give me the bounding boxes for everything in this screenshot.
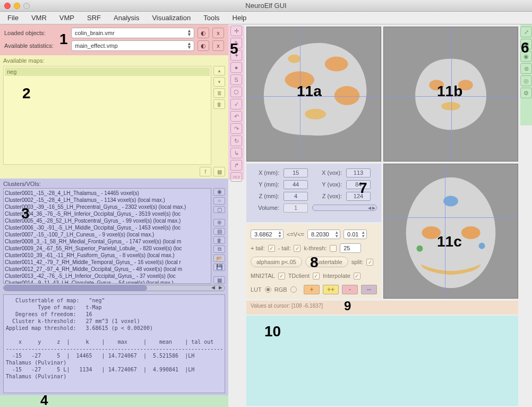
view-gear-icon[interactable]: ⚙ (520, 88, 532, 98)
cluster-grid-button[interactable]: ▦ (213, 276, 225, 284)
lut-radio[interactable] (265, 286, 271, 293)
map-grid-button[interactable]: ▦ (213, 167, 225, 176)
loaded-objects-label: Loaded objects: (4, 30, 68, 36)
cluster-list-item[interactable]: Cluster0013_-42_-76_-5_LH_Inferior_Occip… (5, 273, 210, 279)
reload-tool-icon[interactable]: ↻ (230, 135, 242, 146)
cluster-props-button[interactable]: ▤ (213, 228, 225, 235)
cluster-tool-globe-icon[interactable]: ◉ (213, 188, 225, 196)
cluster-save-button[interactable]: 💾 (213, 264, 225, 271)
x-vox-value[interactable]: 113 (346, 168, 371, 177)
color-minus-button[interactable]: - (342, 285, 358, 294)
alphasim-button[interactable]: alphasim p<.05 (251, 257, 302, 267)
menu-analysis[interactable]: Analysis (108, 12, 144, 23)
cluster-list-item[interactable]: Cluster0008_3_-1_58_RH_Medial_Frontal_Gy… (5, 238, 210, 245)
map-list-button[interactable]: ≣ (213, 88, 225, 98)
cluster-list-item[interactable]: Cluster0002_-15_-28_4_LH_Thalamus_ - 113… (5, 197, 210, 204)
loaded-objects-info-button[interactable]: ◐ (198, 28, 209, 38)
view-target-icon[interactable]: ⊚ (520, 63, 532, 74)
available-stats-info-button[interactable]: ◐ (198, 40, 209, 51)
cluster-tool-cube-icon[interactable]: ▢ (213, 206, 225, 214)
cluster-log[interactable]: Clustertable of map: "neg" Type of map: … (3, 294, 225, 393)
mni2tal-checkbox[interactable]: ✓ (278, 273, 285, 279)
cluster-list-item[interactable]: Cluster0004_36_-76_-5_RH_Inferior_Occipi… (5, 210, 210, 217)
loaded-objects-close-button[interactable]: x (212, 28, 224, 38)
brain-view-coronal[interactable]: 11b (383, 27, 518, 162)
color-plus-button[interactable]: + (304, 285, 320, 294)
menu-visualization[interactable]: Visualization (147, 12, 196, 23)
menu-tools[interactable]: Tools (198, 12, 225, 23)
cluster-list-item[interactable]: Cluster0009_24_-67_55_RH_Superior_Pariet… (5, 245, 210, 252)
cluster-list-item[interactable]: Cluster0003_-39_-16_55_LH_Precentral_Gyr… (5, 204, 210, 210)
cluster-list-item[interactable]: Cluster0001_-15_-28_4_LH_Thalamus_ - 144… (5, 190, 210, 197)
menu-file[interactable]: File (2, 12, 24, 23)
color-dplus-button[interactable]: ++ (323, 285, 339, 294)
map-move-up-button[interactable]: ▲ (213, 66, 225, 75)
kthresh-value-input[interactable]: 25 (340, 243, 361, 253)
split-checkbox[interactable]: ✓ (366, 259, 373, 266)
x-mm-value[interactable]: 15 (284, 168, 308, 177)
volume-slider[interactable]: ◀ ▶ (312, 205, 377, 211)
loaded-objects-dropdown[interactable]: colin_brain.vmr ▲▼ (71, 28, 194, 38)
threshold-p-input[interactable]: 0.01▲▼ (344, 230, 367, 239)
cluster-tool-circle-icon[interactable]: ○ (213, 197, 225, 205)
svg-point-7 (441, 102, 460, 111)
x-mm-label: X (mm): (251, 169, 279, 176)
cluster-list-item[interactable]: Cluster0010_39_-61_-11_RH_Fusiform_Gyrus… (5, 252, 210, 259)
plustail-checkbox[interactable]: ✓ (268, 245, 275, 252)
import-tool-icon[interactable]: ↳ (230, 148, 242, 158)
loaded-objects-value: colin_brain.vmr (75, 30, 115, 36)
threshold-high-input[interactable]: 8.2030▲▼ (307, 230, 340, 239)
brain-view-axial[interactable]: 11c (383, 164, 518, 299)
menu-srf[interactable]: SRF (82, 12, 106, 23)
menu-vmp[interactable]: VMP (54, 12, 80, 23)
cluster-open-button[interactable]: 📂 (213, 255, 225, 262)
cluster-list-item[interactable]: Cluster0006_-30_-91_-5_LH_Middle_Occipit… (5, 224, 210, 231)
accept-tool-icon[interactable]: ✓ (230, 99, 242, 109)
threshold-low-input[interactable]: 3.6862▲▼ (251, 230, 284, 239)
s-tool-icon[interactable]: S (230, 74, 242, 85)
undo-tool-icon[interactable]: ↶ (230, 111, 242, 122)
window-titlebar: NeuroElf GUI (0, 0, 532, 12)
tdclient-checkbox[interactable]: ✓ (313, 273, 320, 279)
z-mm-value[interactable]: 4 (284, 192, 308, 201)
interpolate-checkbox[interactable]: ✓ (354, 273, 361, 279)
cluster-trash-button[interactable]: 🗑 (213, 236, 225, 244)
svg-point-9 (443, 196, 458, 207)
volume-value[interactable]: 1 (284, 204, 308, 213)
map-formula-button[interactable]: f (200, 167, 211, 176)
menu-help[interactable]: Help (227, 12, 252, 23)
cluster-list-item[interactable]: Cluster0014_-9_11_43_LH_Cingulate_Gyrus_… (5, 279, 210, 284)
redo-tool-icon[interactable]: ↷ (230, 123, 242, 134)
map-delete-button[interactable]: 🗑 (213, 99, 225, 109)
cluster-list-item[interactable]: Cluster0011_42_-79_7_RH_Middle_Temporal_… (5, 259, 210, 266)
polygon-tool-icon[interactable]: ⬡ (230, 87, 242, 97)
lut-label: LUT (251, 286, 262, 293)
cluster-list-item[interactable]: Cluster0012_27_-97_4_RH_Middle_Occipital… (5, 266, 210, 273)
cluster-zoom-button[interactable]: ⊕ (213, 219, 225, 226)
roi-tool-icon[interactable]: ROI (230, 172, 242, 182)
cluster-list-item[interactable]: Cluster0005_45_-28_52_LH_Postcentral_Gyr… (5, 217, 210, 224)
cluster-scroll[interactable]: ◀ ▶ (3, 285, 225, 291)
threshold-range-label: <=V<= (287, 231, 304, 238)
brain-view-sagittal[interactable]: 11a (246, 27, 381, 162)
crosshair-tool-icon[interactable]: ✛ (230, 26, 242, 36)
svg-point-2 (334, 86, 360, 105)
y-mm-value[interactable]: 44 (284, 180, 308, 189)
available-maps-list[interactable]: neg (3, 66, 211, 165)
circle-tool-icon[interactable]: ● (230, 62, 242, 73)
view-dot-icon[interactable]: ◎ (520, 75, 532, 86)
export-tool-icon[interactable]: ↱ (230, 160, 242, 171)
color-dminus-button[interactable]: -- (361, 285, 377, 294)
kthresh-checkbox[interactable] (330, 245, 337, 252)
cluster-list[interactable]: Cluster0001_-15_-28_4_LH_Thalamus_ - 144… (3, 188, 211, 284)
rgb-radio[interactable] (290, 286, 297, 293)
map-move-down-button[interactable]: ▼ (213, 77, 225, 87)
view-expand-icon[interactable]: ⤢ (520, 27, 532, 37)
map-item-neg[interactable]: neg (5, 67, 210, 76)
cluster-list-item[interactable]: Cluster0007_-15_-100_7_LH_Cuneus_ - 9 vo… (5, 231, 210, 238)
minustail-checkbox[interactable]: ✓ (294, 245, 301, 252)
available-stats-dropdown[interactable]: main_effect.vmp ▲▼ (71, 40, 194, 51)
cluster-copy-button[interactable]: ⧉ (213, 245, 225, 253)
available-stats-close-button[interactable]: x (212, 40, 224, 51)
menu-vmr[interactable]: VMR (26, 12, 52, 23)
